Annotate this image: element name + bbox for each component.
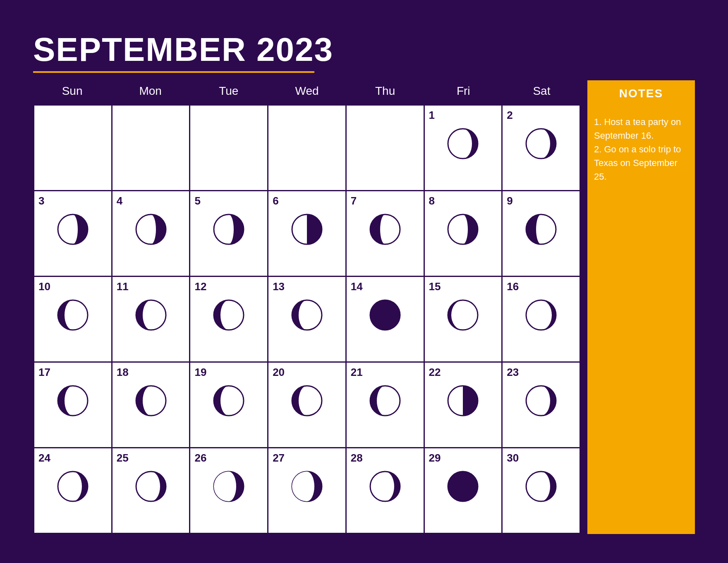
calendar-cell: 1 (425, 106, 503, 191)
day-header-thu: Thu (346, 80, 424, 102)
cell-date: 21 (351, 366, 363, 379)
cell-date: 13 (273, 280, 285, 293)
cell-date: 25 (117, 452, 129, 464)
calendar-cell: 25 (113, 448, 191, 534)
calendar-cell: 21 (347, 363, 425, 448)
moon-phase-icon (522, 125, 560, 162)
calendar-cell: 16 (503, 277, 581, 363)
calendar-grid: 1 2 3 4 5 6 7 8 (33, 104, 581, 534)
calendar-cell: 19 (190, 363, 268, 448)
cell-date: 23 (507, 366, 519, 379)
calendar-cell: 18 (113, 363, 191, 448)
moon-phase-icon (132, 382, 170, 419)
notes-text: 1. Host a tea party on September 16. 2. … (594, 115, 688, 183)
calendar-grid-wrapper: Sun Mon Tue Wed Thu Fri Sat 1 2 3 4 (33, 80, 581, 534)
cell-date: 30 (507, 452, 519, 464)
cell-date: 10 (38, 280, 50, 293)
moon-phase-icon (366, 382, 404, 419)
calendar-cell: 24 (34, 448, 113, 534)
calendar-cell: 27 (268, 448, 347, 534)
day-header-wed: Wed (268, 80, 346, 102)
title-underline (33, 71, 314, 73)
calendar-cell: 11 (113, 277, 191, 363)
cell-date: 7 (351, 195, 357, 207)
calendar-cell: 9 (503, 191, 581, 277)
moon-phase-icon (444, 468, 481, 505)
calendar-cell (190, 106, 268, 191)
calendar-cell: 26 (190, 448, 268, 534)
calendar-cell: 7 (347, 191, 425, 277)
notes-header: NOTES (587, 80, 695, 107)
cell-date: 16 (507, 280, 519, 293)
calendar-cell: 14 (347, 277, 425, 363)
moon-phase-icon (288, 296, 326, 334)
moon-phase-icon (522, 211, 560, 248)
calendar-cell: 8 (425, 191, 503, 277)
cell-date: 20 (273, 366, 285, 379)
moon-phase-icon (54, 211, 91, 248)
calendar-cell: 23 (503, 363, 581, 448)
moon-phase-icon (444, 125, 481, 162)
calendar-cell: 30 (503, 448, 581, 534)
calendar-cell: 28 (347, 448, 425, 534)
day-header-sat: Sat (503, 80, 581, 102)
moon-phase-icon (132, 296, 170, 334)
moon-phase-icon (366, 296, 404, 334)
moon-phase-icon (210, 468, 247, 505)
cell-date: 3 (38, 195, 44, 207)
moon-phase-icon (444, 296, 481, 334)
cell-date: 5 (194, 195, 200, 207)
cell-date: 1 (429, 109, 435, 122)
moon-phase-icon (54, 382, 91, 419)
moon-phase-icon (522, 296, 560, 334)
calendar-cell: 2 (503, 106, 581, 191)
calendar-cell: 15 (425, 277, 503, 363)
moon-phase-icon (288, 382, 326, 419)
day-header-fri: Fri (424, 80, 503, 102)
calendar-cell: 22 (425, 363, 503, 448)
calendar-cell (268, 106, 347, 191)
moon-phase-icon (132, 211, 170, 248)
notes-panel: NOTES 1. Host a tea party on September 1… (587, 80, 695, 534)
cell-date: 6 (273, 195, 278, 207)
day-header-tue: Tue (189, 80, 268, 102)
day-header-mon: Mon (111, 80, 189, 102)
cell-date: 15 (429, 280, 441, 293)
moon-phase-icon (54, 468, 91, 505)
calendar-cell: 17 (34, 363, 113, 448)
calendar-cell: 5 (190, 191, 268, 277)
moon-phase-icon (54, 296, 91, 334)
calendar-cell: 4 (113, 191, 191, 277)
cell-date: 11 (117, 280, 129, 293)
cell-date: 4 (117, 195, 122, 207)
notes-body: 1. Host a tea party on September 16. 2. … (587, 107, 695, 534)
calendar-cell (34, 106, 113, 191)
cell-date: 12 (194, 280, 206, 293)
cell-date: 8 (429, 195, 435, 207)
moon-phase-icon (132, 468, 170, 505)
cell-date: 2 (507, 109, 512, 122)
moon-phase-icon (288, 211, 326, 248)
cell-date: 18 (117, 366, 129, 379)
calendar-cell: 29 (425, 448, 503, 534)
cell-date: 26 (194, 452, 206, 464)
cell-date: 14 (351, 280, 363, 293)
calendar-cell: 13 (268, 277, 347, 363)
moon-phase-icon (366, 468, 404, 505)
calendar-cell: 20 (268, 363, 347, 448)
calendar-cell: 10 (34, 277, 113, 363)
cell-date: 29 (429, 452, 441, 464)
moon-phase-icon (444, 382, 481, 419)
moon-phase-icon (522, 382, 560, 419)
calendar-container: SEPTEMBER 2023 Sun Mon Tue Wed Thu Fri S… (17, 17, 711, 546)
calendar-cell: 6 (268, 191, 347, 277)
svg-point-13 (370, 300, 400, 330)
calendar-cell: 3 (34, 191, 113, 277)
cell-date: 27 (273, 452, 285, 464)
cell-date: 24 (38, 452, 50, 464)
calendar-cell (347, 106, 425, 191)
day-headers: Sun Mon Tue Wed Thu Fri Sat (33, 80, 581, 102)
svg-point-28 (448, 472, 478, 501)
moon-phase-icon (288, 468, 326, 505)
cell-date: 19 (194, 366, 206, 379)
